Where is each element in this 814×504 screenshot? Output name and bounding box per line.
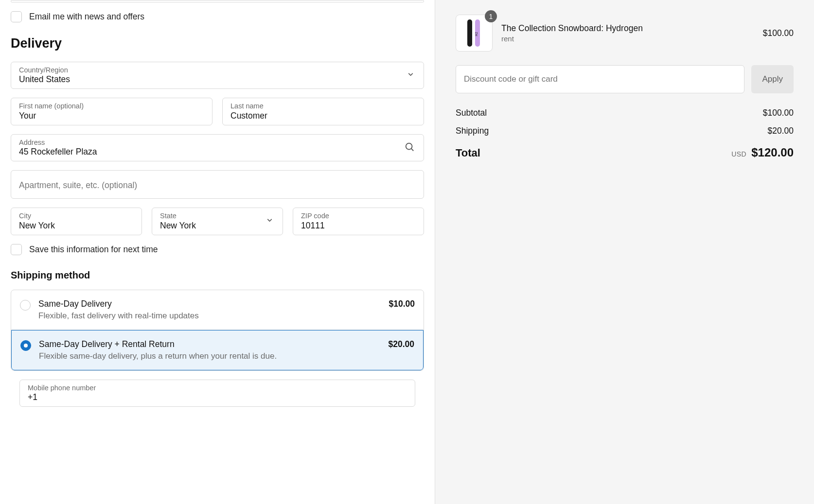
cart-item-text: The Collection Snowboard: Hydrogen rent [501,23,754,43]
snowboard-icon: H2 [463,18,485,48]
qty-badge: 1 [485,10,497,22]
shipping-value: $20.00 [767,126,794,136]
svg-rect-2 [467,19,472,47]
apartment-placeholder: Apartment, suite, etc. (optional) [19,177,416,193]
svg-point-0 [406,143,412,150]
cart-item-variant: rent [501,35,754,43]
save-info-label: Save this information for next time [29,244,158,255]
checkout-form: Email me with news and offers Delivery C… [0,0,435,504]
shipping-option-rental-return[interactable]: Same-Day Delivery + Rental Return Flexib… [11,330,424,370]
address-field[interactable]: Address 45 Rockefeller Plaza [11,134,424,161]
discount-code-input[interactable] [456,65,744,93]
state-value: New York [160,221,275,231]
delivery-heading: Delivery [11,36,424,51]
prev-field-stub [11,0,424,2]
last-name-field[interactable]: Last name Customer [222,98,424,125]
shipping-option-price: $10.00 [389,299,415,309]
city-field[interactable]: City New York [11,208,142,235]
shipping-option-price: $20.00 [388,339,414,349]
shipping-option-same-day[interactable]: Same-Day Delivery Flexible, fast deliver… [11,290,424,330]
cart-item-price: $100.00 [763,28,794,38]
subtotal-label: Subtotal [456,108,487,118]
svg-text:H2: H2 [475,32,478,36]
country-select[interactable]: Country/Region United States [11,62,424,89]
cart-item-thumbnail: 1 H2 [456,15,493,52]
apartment-field[interactable]: Apartment, suite, etc. (optional) [11,170,424,199]
subtotal-row: Subtotal $100.00 [456,108,794,118]
last-name-value: Customer [230,111,416,121]
cart-item-title: The Collection Snowboard: Hydrogen [501,23,754,34]
email-news-row[interactable]: Email me with news and offers [11,11,424,22]
mobile-phone-value: +1 [28,392,407,402]
address-label: Address [19,139,416,147]
zip-field[interactable]: ZIP code 10111 [293,208,424,235]
address-value: 45 Rockefeller Plaza [19,147,416,157]
city-label: City [19,212,134,220]
shipping-option-name: Same-Day Delivery [38,299,381,309]
total-row: Total USD $120.00 [456,146,794,159]
shipping-row: Shipping $20.00 [456,126,794,136]
total-label: Total [456,147,480,159]
first-name-field[interactable]: First name (optional) Your [11,98,212,125]
email-news-checkbox[interactable] [11,11,22,22]
total-currency: USD [731,150,746,158]
first-name-label: First name (optional) [19,102,204,110]
subtotal-value: $100.00 [763,108,794,118]
save-info-row[interactable]: Save this information for next time [11,244,424,255]
shipping-label: Shipping [456,126,489,136]
mobile-phone-field[interactable]: Mobile phone number +1 [19,380,415,407]
city-value: New York [19,221,134,231]
apply-discount-button[interactable]: Apply [751,65,794,93]
email-news-label: Email me with news and offers [29,12,144,22]
shipping-radio[interactable] [20,300,31,311]
shipping-method-heading: Shipping method [11,270,424,281]
cart-item: 1 H2 The Collection Snowboard: Hydrogen … [456,15,794,52]
shipping-option-desc: Flexible same-day delivery, plus a retur… [39,351,380,361]
search-icon[interactable] [404,141,415,154]
zip-value: 10111 [301,221,416,231]
svg-line-1 [411,149,413,151]
shipping-method-group: Same-Day Delivery Flexible, fast deliver… [11,290,424,371]
order-summary: 1 H2 The Collection Snowboard: Hydrogen … [435,0,814,504]
state-label: State [160,212,275,220]
first-name-value: Your [19,111,204,121]
save-info-checkbox[interactable] [11,244,22,255]
state-select[interactable]: State New York [152,208,283,235]
mobile-phone-label: Mobile phone number [28,384,407,392]
total-amount: $120.00 [751,146,794,159]
shipping-radio[interactable] [20,340,31,351]
country-value: United States [19,74,416,85]
country-label: Country/Region [19,66,416,74]
last-name-label: Last name [230,102,416,110]
shipping-option-name: Same-Day Delivery + Rental Return [39,339,380,349]
zip-label: ZIP code [301,212,416,220]
shipping-option-desc: Flexible, fast delivery with real-time u… [38,311,381,321]
